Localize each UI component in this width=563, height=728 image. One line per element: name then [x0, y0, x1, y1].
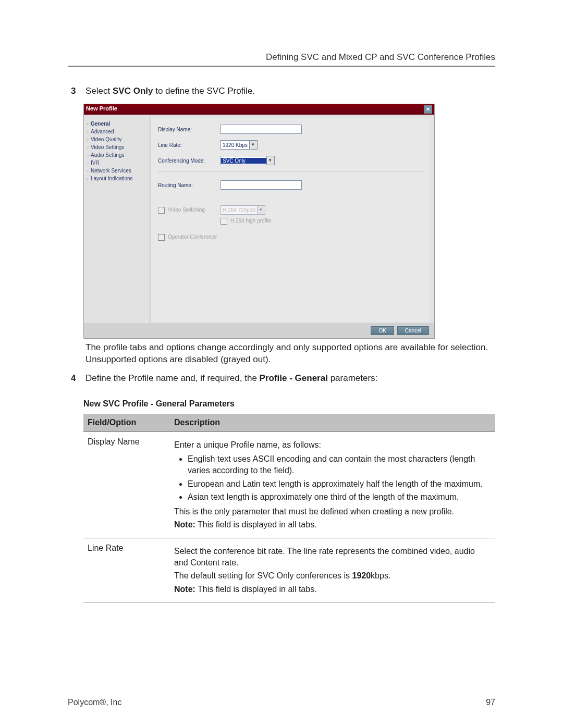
step-3-text: Select SVC Only to define the SVC Profil… [85, 86, 495, 96]
conferencing-mode-value: SVC Only [221, 158, 266, 164]
sidebar-item-ivr[interactable]: ›IVR [86, 159, 148, 167]
note-label: Note: [174, 520, 195, 529]
desc-note: Note: This field is displayed in all tab… [174, 584, 491, 595]
note-text: This field is displayed in all tabs. [195, 585, 317, 594]
sidebar-item-video-settings[interactable]: ›Video Settings [86, 143, 148, 151]
line-rate-value: 1920 Kbps [221, 142, 249, 148]
bullet: English text uses ASCII encoding and can… [188, 453, 491, 476]
desc-line: This is the only parameter that must be … [174, 506, 491, 517]
checkbox-icon [158, 207, 165, 214]
dialog-main-pane: Display Name: Line Rate: 1920 Kbps ▾ Con… [150, 118, 431, 323]
sidebar-item-label: General [91, 121, 110, 127]
conferencing-mode-label: Conferencing Mode: [158, 158, 221, 164]
chevron-icon: › [87, 168, 89, 174]
sidebar-item-label: Advanced [91, 129, 114, 134]
step-3-number: 3 [71, 86, 80, 96]
line-rate-select[interactable]: 1920 Kbps ▾ [221, 140, 258, 150]
step-3-caption: The profile tabs and options change acco… [85, 342, 495, 366]
step-4-post: parameters: [328, 373, 377, 383]
h264-label: H.264 high profile [230, 218, 271, 224]
sidebar-item-label: Video Settings [91, 144, 124, 150]
parameters-table: Field/Option Description Display Name En… [83, 414, 495, 603]
ok-button[interactable]: OK [371, 326, 394, 335]
chevron-icon: › [87, 137, 89, 142]
dialog-title-text: New Profile [86, 105, 117, 114]
table-row: Display Name Enter a unique Profile name… [83, 431, 495, 538]
desc-line: The default setting for SVC Only confere… [174, 570, 491, 582]
video-switching-value: H.264 720p30 [221, 207, 257, 213]
sidebar-item-network-services[interactable]: ›Network Services [86, 167, 148, 175]
dialog-titlebar: New Profile ✕ [84, 104, 434, 115]
bullet: European and Latin text length is approx… [188, 478, 491, 490]
video-switching-select: H.264 720p30 ▾ [221, 205, 265, 215]
desc-note: Note: This field is displayed in all tab… [174, 519, 491, 530]
operator-conference-option: Operator Conference [158, 234, 217, 241]
close-icon[interactable]: ✕ [424, 105, 432, 114]
table-row: Line Rate Select the conference bit rate… [83, 538, 495, 602]
sidebar-item-label: Video Quality [91, 137, 121, 142]
col-description: Description [170, 414, 495, 432]
checkbox-icon [221, 218, 227, 225]
step-3-bold: SVC Only [113, 86, 153, 96]
cancel-button[interactable]: Cancel [397, 326, 429, 335]
dialog-sidebar: ›General ›Advanced ›Video Quality ›Video… [84, 115, 150, 323]
p2-bold: 1920 [352, 571, 371, 580]
line-rate-label: Line Rate: [158, 142, 221, 148]
field-description: Enter a unique Profile name, as follows:… [170, 431, 495, 538]
chevron-down-icon: ▾ [249, 141, 257, 149]
p2-pre: The default setting for SVC Only confere… [174, 571, 352, 580]
page-section-title: Defining SVC and Mixed CP and SVC Confer… [68, 52, 495, 67]
sidebar-item-general[interactable]: ›General [86, 120, 148, 128]
p2-post: kbps. [371, 571, 390, 580]
desc-line: Select the conference bit rate. The line… [174, 546, 491, 568]
note-text: This field is displayed in all tabs. [195, 520, 317, 529]
col-field: Field/Option [83, 414, 170, 432]
sidebar-item-label: Layout Indications [91, 176, 133, 181]
field-name: Display Name [83, 431, 170, 538]
chevron-icon: › [87, 129, 89, 134]
step-4: 4 Define the Profile name and, if requir… [71, 373, 495, 384]
display-name-label: Display Name: [158, 127, 221, 132]
dialog-footer: OK Cancel [84, 323, 434, 338]
sidebar-item-layout-indications[interactable]: ›Layout Indications [86, 175, 148, 182]
chevron-down-icon: ▾ [257, 206, 265, 214]
sidebar-item-video-quality[interactable]: ›Video Quality [86, 135, 148, 143]
sidebar-item-advanced[interactable]: ›Advanced [86, 128, 148, 135]
video-switching-label: Video Switching [168, 207, 205, 213]
conferencing-mode-select[interactable]: SVC Only ▾ [221, 156, 275, 165]
chevron-down-icon: ▾ [266, 156, 274, 165]
step-4-number: 4 [71, 373, 80, 384]
step-3-post: to define the SVC Profile. [153, 86, 255, 96]
desc-intro: Enter a unique Profile name, as follows: [174, 439, 491, 451]
step-4-text: Define the Profile name and, if required… [85, 373, 495, 384]
chevron-icon: › [87, 145, 89, 150]
separator [158, 171, 423, 172]
h264-high-profile-option: H.264 high profile [221, 218, 271, 225]
chevron-icon: › [87, 161, 89, 166]
page-footer: Polycom®, Inc 97 [68, 698, 495, 707]
footer-page: 97 [486, 698, 495, 707]
routing-name-label: Routing Name: [158, 182, 221, 188]
step-4-bold: Profile - General [260, 373, 328, 383]
checkbox-icon [158, 234, 165, 241]
footer-company: Polycom®, Inc [68, 698, 121, 707]
step-4-pre: Define the Profile name and, if required… [85, 373, 260, 383]
chevron-icon: › [87, 121, 89, 127]
operator-conference-label: Operator Conference [168, 234, 217, 240]
sidebar-item-label: IVR [91, 160, 100, 166]
step-3-pre: Select [85, 86, 113, 96]
display-name-input[interactable] [221, 125, 302, 134]
table-title: New SVC Profile - General Parameters [83, 399, 495, 409]
chevron-icon: › [87, 153, 89, 158]
routing-name-input[interactable] [221, 180, 302, 190]
bullet: Asian text length is approximately one t… [188, 491, 491, 503]
step-3: 3 Select SVC Only to define the SVC Prof… [71, 86, 495, 96]
note-label: Note: [174, 585, 195, 594]
field-name: Line Rate [83, 538, 170, 602]
chevron-icon: › [87, 176, 89, 181]
sidebar-item-audio-settings[interactable]: ›Audio Settings [86, 151, 148, 159]
sidebar-item-label: Network Services [91, 168, 131, 174]
video-switching-option: Video Switching [158, 207, 221, 214]
sidebar-item-label: Audio Settings [91, 152, 125, 158]
field-description: Select the conference bit rate. The line… [170, 538, 495, 602]
